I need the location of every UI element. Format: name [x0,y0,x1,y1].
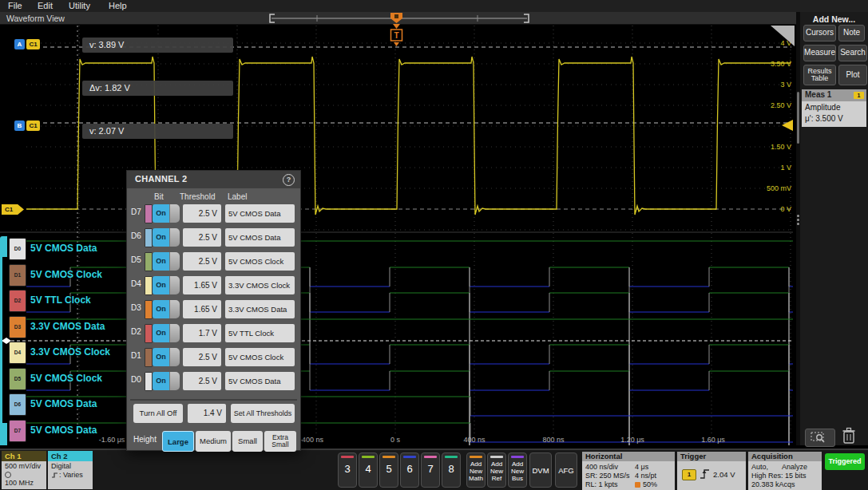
threshold-field[interactable]: 1.65 V [183,276,221,294]
voltage-label: 0 V [743,205,791,213]
cursor-b-badge[interactable]: B [14,121,25,131]
trigger-panel[interactable]: Trigger 1 2.04 V [677,452,746,490]
bit-toggle-knob[interactable] [169,252,180,271]
threshold-field[interactable]: 2.5 V [183,372,221,390]
label-field[interactable]: 3.3V CMOS Data [225,300,295,318]
column-header-threshold: Threshold [180,192,215,201]
cursors-button[interactable]: Cursors [803,25,836,41]
scrollbar-thumb[interactable] [797,92,799,144]
height-label: Height [133,435,157,444]
ch1-badge[interactable]: Ch 1 500 mV/div 100 MHz [2,451,46,489]
all-threshold-field[interactable]: 1.4 V [188,404,226,423]
menu-edit[interactable]: Edit [38,1,53,10]
bit-toggle[interactable]: On [153,372,169,390]
channel-6-button[interactable]: 6 [400,452,419,488]
digital-group-handle[interactable] [0,236,7,257]
add-new-math-button[interactable]: AddNewMath [466,452,486,488]
meas1-badge[interactable]: Meas 1 1 Amplitude μ': 3.500 V [802,89,866,127]
threshold-field[interactable]: 2.5 V [183,204,221,223]
threshold-field[interactable]: 1.7 V [183,324,221,342]
dvm-button[interactable]: DVM [529,452,552,488]
horizontal-window: 4 μs [635,463,648,471]
height-option-extra-small[interactable]: Extra Small [264,431,296,452]
label-field[interactable]: 5V CMOS Clock [225,348,295,366]
menu-file[interactable]: File [8,1,22,10]
bit-toggle[interactable]: On [153,300,169,318]
threshold-field[interactable]: 2.5 V [183,252,221,271]
ch2-mode: Digital [51,462,93,471]
ch2-badge[interactable]: Ch 2 Digital : Varies [48,451,93,489]
threshold-field[interactable]: 1.65 V [183,300,221,318]
dialog-header[interactable]: CHANNEL 2 ? [127,171,300,188]
bit-toggle-knob[interactable] [169,372,180,390]
label-field[interactable]: 5V CMOS Data [225,228,295,247]
bit-label-text: 5V CMOS Data [30,398,97,409]
label-field[interactable]: 5V CMOS Data [225,204,295,223]
set-all-thresholds-button[interactable]: Set All Thresholds [231,404,295,423]
bit-chip: D2 [9,290,26,312]
voltage-label: 2.50 V [743,101,791,109]
bit-toggle-knob[interactable] [169,204,180,223]
channel-3-button[interactable]: 3 [338,452,357,488]
time-label: 400 ns [450,436,498,444]
cursor-b-source-badge[interactable]: C1 [26,121,40,131]
bit-chip [145,204,153,223]
channel-8-button[interactable]: 8 [442,452,461,488]
bit-toggle-knob[interactable] [169,228,180,247]
afg-button[interactable]: AFG [555,452,577,488]
horizontal-panel[interactable]: Horizontal 400 ns/div 4 μs SR: 250 MS/s … [582,452,675,490]
threshold-field[interactable]: 2.5 V [183,348,221,366]
bit-toggle-knob[interactable] [169,300,180,318]
zoom-corner-handle[interactable] [771,26,795,46]
help-icon[interactable]: ? [283,174,295,186]
results-table-button[interactable]: Results Table [803,65,836,85]
bit-toggle-knob[interactable] [169,276,180,294]
ch1-scale: 500 mV/div [5,462,46,471]
bit-toggle[interactable]: On [153,252,169,271]
settings-bar: Ch 1 500 mV/div 100 MHz Ch 2 Digital : V… [0,449,868,490]
channel-4-button[interactable]: 4 [359,452,378,488]
zoom-select-button[interactable] [805,429,835,447]
channel-7-button[interactable]: 7 [421,452,440,488]
cursor-a-badge[interactable]: A [14,39,25,49]
voltage-label: 3 V [743,81,791,89]
bit-toggle[interactable]: On [153,276,169,294]
trash-button[interactable] [841,426,857,445]
ch2-body: Digital : Varies [48,461,93,489]
menu-help[interactable]: Help [109,1,127,10]
search-button[interactable]: Search [838,45,867,61]
label-field[interactable]: 5V CMOS Data [225,372,295,390]
acquisition-panel[interactable]: Acquisition Auto, Analyze High Res: 15 b… [748,452,822,490]
bit-toggle-knob[interactable] [169,348,180,366]
label-field[interactable]: 5V TTL Clock [225,324,295,342]
add-new-ref-button[interactable]: AddNewRef [487,452,506,488]
note-button[interactable]: Note [838,25,865,41]
bit-chip [145,228,153,247]
waveform-display[interactable]: A C1 v: 3.89 V Δv: 1.82 V B C1 v: 2.07 V… [0,24,796,445]
threshold-field[interactable]: 2.5 V [183,228,221,247]
bit-toggle[interactable]: On [153,228,169,247]
trigger-position-marker[interactable] [390,13,402,23]
channel2-dialog[interactable]: CHANNEL 2 ? Bit Threshold Label D7 On 2.… [126,170,301,451]
trigger-indicator-flag[interactable]: T [390,24,404,48]
channel-5-button[interactable]: 5 [379,452,398,488]
turn-all-off-button[interactable]: Turn All Off [133,404,183,423]
measure-button[interactable]: Measure [803,45,836,61]
plot-button[interactable]: Plot [838,65,867,85]
height-option-medium[interactable]: Medium [196,431,231,452]
digital-group-handle-bottom[interactable] [0,423,7,445]
dialog-title: CHANNEL 2 [135,174,187,184]
height-option-small[interactable]: Small [232,431,263,452]
bit-toggle-knob[interactable] [169,324,180,342]
height-option-large[interactable]: Large [162,431,194,452]
add-new-bus-button[interactable]: AddNewBus [508,452,527,488]
cursor-a-source-badge[interactable]: C1 [26,39,40,49]
horizontal-scale: 400 ns/div [585,463,618,471]
menu-utility[interactable]: Utility [69,1,90,10]
rising-edge-icon [700,468,710,480]
label-field[interactable]: 3.3V CMOS Clock [225,276,295,294]
bit-toggle[interactable]: On [153,348,169,366]
label-field[interactable]: 5V CMOS Clock [225,252,295,271]
bit-toggle[interactable]: On [153,324,169,342]
bit-toggle[interactable]: On [153,204,169,223]
